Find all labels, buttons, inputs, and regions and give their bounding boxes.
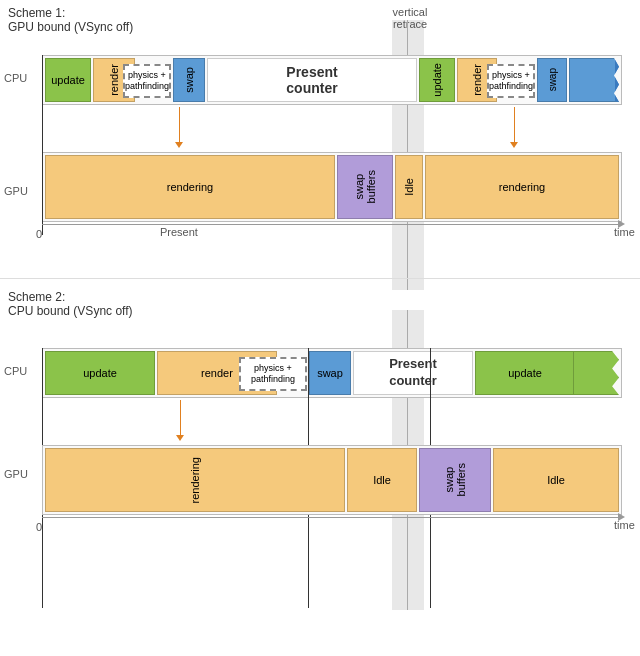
cpu-update-1: update: [45, 58, 91, 102]
gpu-rendering-2: rendering: [425, 155, 619, 219]
cpu2-update: update: [45, 351, 155, 395]
cpu-trailing-1: [569, 58, 619, 102]
scheme1-gpu-timeline: rendering swapbuffers Idle rendering: [42, 152, 622, 222]
cpu-present-counter-1: Presentcounter: [207, 58, 417, 102]
cpu2-swap: swap: [309, 351, 351, 395]
down-arrow-2: [510, 107, 518, 148]
cpu-physics-1: physics +pathfinding: [123, 64, 171, 98]
vtick-s1-start: [42, 55, 43, 235]
gpu2-rendering-1: rendering: [45, 448, 345, 512]
s2-time-axis: [42, 517, 622, 518]
diagram-container: Scheme 1: GPU bound (VSync off) vertical…: [0, 0, 640, 656]
scheme2-gpu-timeline: rendering Idle swapbuffers Idle: [42, 445, 622, 515]
cpu-update-2: update: [419, 58, 455, 102]
s1-time-label: time: [614, 226, 635, 238]
gpu2-idle-1: Idle: [347, 448, 417, 512]
s2-zero-label: 0: [36, 521, 42, 533]
scheme2-title: Scheme 2: CPU bound (VSync off): [8, 290, 133, 318]
down-arrow-s2: [176, 400, 184, 441]
down-arrow-1: [175, 107, 183, 148]
cpu-physics-2: physics +pathfinding: [487, 64, 535, 98]
gpu-rendering-1: rendering: [45, 155, 335, 219]
cpu2-update2: update: [475, 351, 575, 395]
s1-zero-label: 0: [36, 228, 42, 240]
cpu2-physics: physics +pathfinding: [239, 357, 307, 391]
gpu2-swap-buffers: swapbuffers: [419, 448, 491, 512]
s1-time-axis: [42, 224, 622, 225]
scheme1-cpu-label: CPU: [4, 72, 27, 84]
scheme2-cpu-label: CPU: [4, 365, 27, 377]
scheme1-gpu-label: GPU: [4, 185, 28, 197]
scheme1-cpu-timeline: update render physics +pathfinding swap …: [42, 55, 622, 105]
cpu-swap-2: swap: [537, 58, 567, 102]
cpu-swap-1: swap: [173, 58, 205, 102]
scheme-divider: [0, 278, 640, 279]
cpu2-trailing: [573, 351, 619, 395]
cpu2-present-counter: Presentcounter: [353, 351, 473, 395]
s2-time-label: time: [614, 519, 635, 531]
retrace-label: vertical retrace: [390, 6, 430, 30]
scheme2-cpu-timeline: update render physics +pathfinding swap …: [42, 348, 622, 398]
scheme2-gpu-label: GPU: [4, 468, 28, 480]
gpu-swap-buffers-1: swapbuffers: [337, 155, 393, 219]
scheme1-title: Scheme 1: GPU bound (VSync off): [8, 6, 133, 34]
gpu2-idle-2: Idle: [493, 448, 619, 512]
s1-present-label: Present: [160, 226, 198, 238]
gpu-idle-1: Idle: [395, 155, 423, 219]
